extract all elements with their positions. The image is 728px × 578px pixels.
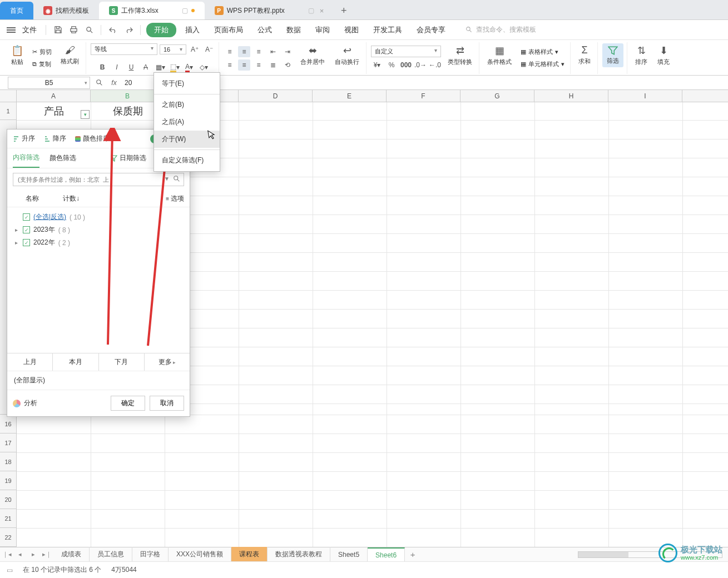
tab-ppt[interactable]: P WPS PPT教程.pptx ▢ ×	[205, 2, 334, 19]
sheet-tab-1[interactable]: 成绩表	[53, 547, 90, 562]
align-center-icon[interactable]: ≡	[238, 59, 250, 71]
align-bot-icon[interactable]: ≡	[252, 46, 265, 57]
copy-button[interactable]: ⧉ 复制	[30, 59, 54, 69]
row-22[interactable]: 22	[0, 528, 16, 547]
checkbox-icon[interactable]: ✓	[23, 239, 30, 246]
checkbox-icon[interactable]: ✓	[23, 213, 30, 221]
underline-icon[interactable]: U	[125, 62, 137, 73]
sheet-tab-7[interactable]: Sheet5	[330, 548, 368, 561]
align-top-icon[interactable]: ≡	[224, 46, 236, 57]
tab-templates[interactable]: ◉ 找稻壳模板	[33, 2, 99, 19]
bold-icon[interactable]: B	[96, 62, 108, 73]
align-left-icon[interactable]: ≡	[224, 59, 236, 71]
close-icon[interactable]: ×	[320, 7, 324, 15]
strike-icon[interactable]: A	[140, 62, 152, 73]
col-G[interactable]: G	[460, 90, 534, 102]
cond-format-button[interactable]: ▦条件格式	[484, 43, 515, 73]
dec-inc-icon[interactable]: .0→	[414, 59, 427, 71]
merge-center-button[interactable]: ⬌合并居中	[297, 43, 328, 73]
sheet-nav-prev[interactable]: ◂	[13, 551, 27, 558]
col-A[interactable]: A	[17, 90, 91, 102]
justify-icon[interactable]: ≣	[267, 59, 279, 71]
sheet-tab-3[interactable]: 田字格	[132, 547, 169, 562]
quick-last-month[interactable]: 上月	[7, 353, 53, 371]
sort-desc-button[interactable]: 降序	[44, 134, 66, 143]
percent-icon[interactable]: %	[385, 59, 398, 71]
select-all-link[interactable]: (全选|反选)	[33, 212, 66, 222]
filter-button[interactable]: 筛选	[602, 43, 623, 67]
qa-print-icon[interactable]	[67, 24, 80, 36]
col-name[interactable]: 名称	[13, 194, 52, 203]
col-E[interactable]: E	[313, 90, 387, 102]
indent-inc-icon[interactable]: ⇥	[281, 46, 294, 57]
italic-icon[interactable]: I	[111, 62, 123, 73]
tab-workbook[interactable]: S 工作簿3.xlsx ▢	[99, 2, 205, 19]
font-select[interactable]: 等线	[91, 43, 157, 55]
menu-review[interactable]: 审阅	[310, 23, 335, 37]
dec-dec-icon[interactable]: ←.0	[429, 59, 441, 71]
tab-content-filter[interactable]: 内容筛选	[13, 148, 39, 168]
quick-next-month[interactable]: 下月	[99, 353, 145, 371]
add-tab-button[interactable]: +	[334, 2, 354, 19]
ctx-after[interactable]: 之后(A)	[154, 113, 220, 131]
sheet-nav-next[interactable]: ▸	[27, 551, 40, 558]
fill-color-icon[interactable]: ⬚▾	[169, 62, 181, 73]
cell-A1[interactable]: 产品 ▾	[17, 102, 91, 120]
tab-home[interactable]: 首页	[0, 2, 33, 19]
add-sheet-button[interactable]: +	[405, 550, 420, 559]
expand-icon[interactable]: ▸	[13, 227, 19, 233]
table-style-button[interactable]: ▦ 表格样式▾	[518, 47, 567, 57]
tab-menu-icon[interactable]: ▢	[308, 7, 314, 14]
col-I[interactable]: I	[608, 90, 682, 102]
col-D[interactable]: D	[239, 90, 313, 102]
quick-this-month[interactable]: 本月	[53, 353, 98, 371]
checkbox-icon[interactable]: ✓	[23, 226, 30, 233]
analysis-button[interactable]: 分析	[24, 398, 37, 408]
menu-start[interactable]: 开始	[146, 23, 176, 37]
status-mode-icon[interactable]: ▭	[7, 566, 13, 574]
row-16[interactable]: 16	[0, 415, 16, 434]
ctx-custom[interactable]: 自定义筛选(F)	[154, 152, 220, 169]
name-box[interactable]: B5	[8, 77, 90, 89]
menu-dev[interactable]: 开发工具	[368, 23, 408, 37]
menu-view[interactable]: 视图	[339, 23, 364, 37]
comma-icon[interactable]: 000	[400, 59, 412, 71]
hamburger-icon[interactable]	[7, 27, 16, 33]
qa-save-icon[interactable]	[52, 24, 64, 36]
col-F[interactable]: F	[387, 90, 460, 102]
clear-format-icon[interactable]: ◇▾	[197, 62, 210, 73]
wrap-text-button[interactable]: ↩自动换行	[331, 43, 363, 73]
sheet-tab-5[interactable]: 课程表	[231, 547, 268, 562]
sheet-nav-first[interactable]: ｜◂	[0, 550, 13, 559]
sheet-tab-8[interactable]: Sheet6	[368, 547, 405, 562]
sort-button[interactable]: ⇅排序	[632, 43, 651, 73]
sheet-tab-2[interactable]: 员工信息	[90, 547, 132, 562]
cell-style-button[interactable]: ▦ 单元格样式▾	[518, 59, 567, 69]
indent-dec-icon[interactable]: ⇤	[267, 46, 279, 57]
quick-more[interactable]: 更多 ▸	[145, 353, 190, 371]
paste-button[interactable]: 📋粘贴	[8, 43, 27, 73]
sheet-tab-6[interactable]: 数据透视表教程	[268, 547, 330, 562]
border-icon[interactable]: ▦▾	[154, 62, 166, 73]
row-18[interactable]: 18	[0, 452, 16, 471]
expand-icon[interactable]: ▸	[13, 240, 19, 246]
orientation-icon[interactable]: ⟲	[281, 59, 294, 71]
sum-button[interactable]: Σ求和	[575, 43, 594, 67]
qa-undo-icon[interactable]	[107, 24, 119, 36]
row-21[interactable]: 21	[0, 509, 16, 528]
sheet-tab-4[interactable]: XXX公司销售额	[169, 547, 231, 562]
cancel-button[interactable]: 取消	[150, 396, 184, 411]
fill-button[interactable]: ⬇填充	[654, 43, 673, 73]
filter-show-all[interactable]: (全部显示)	[7, 371, 190, 390]
row-20[interactable]: 20	[0, 490, 16, 509]
menu-data[interactable]: 数据	[281, 23, 306, 37]
qa-preview-icon[interactable]	[83, 24, 95, 36]
align-right-icon[interactable]: ≡	[252, 59, 265, 71]
col-count[interactable]: 计数↓	[52, 194, 91, 203]
fontsize-select[interactable]: 16	[160, 44, 186, 54]
number-format-select[interactable]: 自定义	[371, 46, 441, 57]
select-all-corner[interactable]	[0, 90, 17, 102]
fb-zoom-icon[interactable]	[92, 79, 107, 87]
align-mid-icon[interactable]: ≡	[238, 46, 250, 57]
menu-formula[interactable]: 公式	[252, 23, 278, 37]
